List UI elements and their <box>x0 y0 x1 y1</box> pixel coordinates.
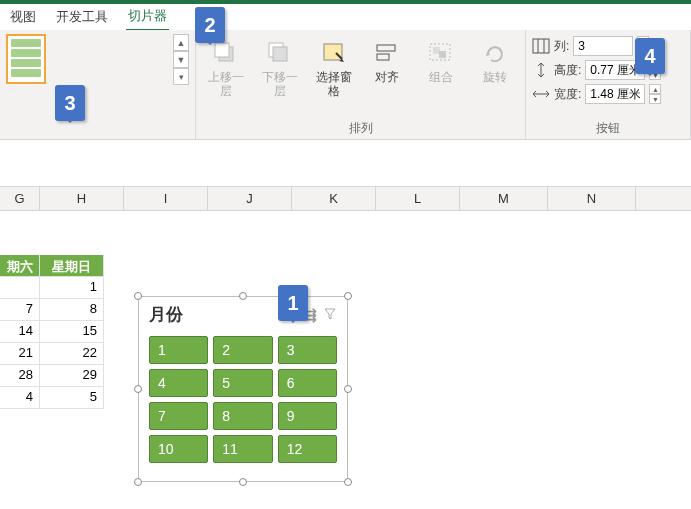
width-label: 宽度: <box>554 86 581 103</box>
slicer-styles-group: ▲ ▼ ▾ <box>0 30 196 139</box>
slicer-title-text: 月份 <box>149 303 183 326</box>
resize-handle[interactable] <box>344 478 352 486</box>
cell[interactable]: 1 <box>40 277 104 299</box>
slicer-item[interactable]: 8 <box>213 402 272 430</box>
cell[interactable] <box>0 277 40 299</box>
callout-2: 2 <box>195 7 225 43</box>
w-up-icon[interactable]: ▲ <box>649 84 661 94</box>
cell[interactable]: 29 <box>40 365 104 387</box>
columns-label: 列: <box>554 38 569 55</box>
week-sat-header: 期六 <box>0 255 40 277</box>
send-backward-button[interactable]: 下移一层 <box>256 34 304 99</box>
cell[interactable]: 7 <box>0 299 40 321</box>
svg-rect-9 <box>439 51 446 58</box>
width-input[interactable] <box>585 84 645 104</box>
slicer-item[interactable]: 6 <box>278 369 337 397</box>
tab-view[interactable]: 视图 <box>8 4 38 30</box>
cell[interactable]: 22 <box>40 343 104 365</box>
rotate-icon <box>481 40 509 66</box>
button-size-group: 列: ▲▼ 高度: ▲▼ 宽度: ▲▼ 按钮 <box>526 30 691 139</box>
rotate-button[interactable]: 旋转 <box>471 34 519 99</box>
resize-handle[interactable] <box>344 292 352 300</box>
tab-slicer[interactable]: 切片器 <box>126 3 169 31</box>
col-H[interactable]: H <box>40 187 124 210</box>
svg-rect-8 <box>433 47 440 54</box>
height-label: 高度: <box>554 62 581 79</box>
resize-handle[interactable] <box>134 478 142 486</box>
height-icon <box>532 62 550 78</box>
slicer-item[interactable]: 3 <box>278 336 337 364</box>
svg-rect-3 <box>273 47 287 61</box>
slicer-month[interactable]: 月份 ⇶ 1 2 3 4 5 6 7 8 9 10 11 12 <box>138 296 348 482</box>
cell[interactable]: 8 <box>40 299 104 321</box>
cell[interactable]: 15 <box>40 321 104 343</box>
slicer-item[interactable]: 9 <box>278 402 337 430</box>
svg-rect-10 <box>533 39 549 53</box>
resize-handle[interactable] <box>134 292 142 300</box>
col-G[interactable]: G <box>0 187 40 210</box>
col-J[interactable]: J <box>208 187 292 210</box>
slicer-item[interactable]: 2 <box>213 336 272 364</box>
columns-icon <box>532 38 550 54</box>
clear-filter-icon[interactable] <box>323 307 337 323</box>
col-M[interactable]: M <box>460 187 548 210</box>
slicer-item[interactable]: 10 <box>149 435 208 463</box>
gallery-down-icon[interactable]: ▼ <box>173 51 189 68</box>
group-icon <box>427 40 455 66</box>
bring-forward-icon <box>212 40 240 66</box>
group-button[interactable]: 组合 <box>417 34 465 99</box>
slicer-style-1[interactable] <box>6 34 46 84</box>
slicer-item[interactable]: 5 <box>213 369 272 397</box>
svg-rect-6 <box>377 54 389 60</box>
svg-rect-1 <box>215 43 229 57</box>
callout-1: 1 <box>278 285 308 321</box>
cell[interactable]: 14 <box>0 321 40 343</box>
width-icon <box>532 86 550 102</box>
resize-handle[interactable] <box>239 292 247 300</box>
col-I[interactable]: I <box>124 187 208 210</box>
ribbon-tabs: 视图 开发工具 切片器 <box>0 4 691 30</box>
send-backward-icon <box>266 40 294 66</box>
cell[interactable]: 21 <box>0 343 40 365</box>
callout-3: 3 <box>55 85 85 121</box>
w-down-icon[interactable]: ▼ <box>649 94 661 104</box>
gallery-up-icon[interactable]: ▲ <box>173 34 189 51</box>
spreadsheet: G H I J K L M N 期六 星期日 1 78 1415 2122 28… <box>0 186 691 211</box>
arrange-group: 上移一层 下移一层 选择窗格 对齐 <box>196 30 526 139</box>
resize-handle[interactable] <box>344 385 352 393</box>
gallery-more-icon[interactable]: ▾ <box>173 68 189 85</box>
weekday-table: 期六 星期日 1 78 1415 2122 2829 45 <box>0 255 104 409</box>
cell[interactable]: 28 <box>0 365 40 387</box>
resize-handle[interactable] <box>239 478 247 486</box>
ribbon: ▲ ▼ ▾ 上移一层 下移一层 <box>0 30 691 140</box>
column-headers: G H I J K L M N <box>0 186 691 211</box>
gallery-scroll: ▲ ▼ ▾ <box>173 34 189 85</box>
callout-4: 4 <box>635 38 665 74</box>
slicer-item[interactable]: 12 <box>278 435 337 463</box>
tab-dev[interactable]: 开发工具 <box>54 4 110 30</box>
cell[interactable]: 4 <box>0 387 40 409</box>
size-group-label: 按钮 <box>532 118 684 137</box>
resize-handle[interactable] <box>134 385 142 393</box>
columns-input[interactable] <box>573 36 633 56</box>
slicer-item[interactable]: 1 <box>149 336 208 364</box>
week-sun-header: 星期日 <box>40 255 104 277</box>
align-icon <box>373 40 401 66</box>
slicer-item[interactable]: 11 <box>213 435 272 463</box>
col-K[interactable]: K <box>292 187 376 210</box>
align-button[interactable]: 对齐 <box>363 34 411 99</box>
cell[interactable]: 5 <box>40 387 104 409</box>
col-N[interactable]: N <box>548 187 636 210</box>
selection-pane-button[interactable]: 选择窗格 <box>310 34 358 99</box>
svg-rect-5 <box>377 45 395 51</box>
slicer-item[interactable]: 7 <box>149 402 208 430</box>
selection-pane-icon <box>320 40 348 66</box>
arrange-group-label: 排列 <box>202 118 519 137</box>
col-L[interactable]: L <box>376 187 460 210</box>
slicer-item[interactable]: 4 <box>149 369 208 397</box>
